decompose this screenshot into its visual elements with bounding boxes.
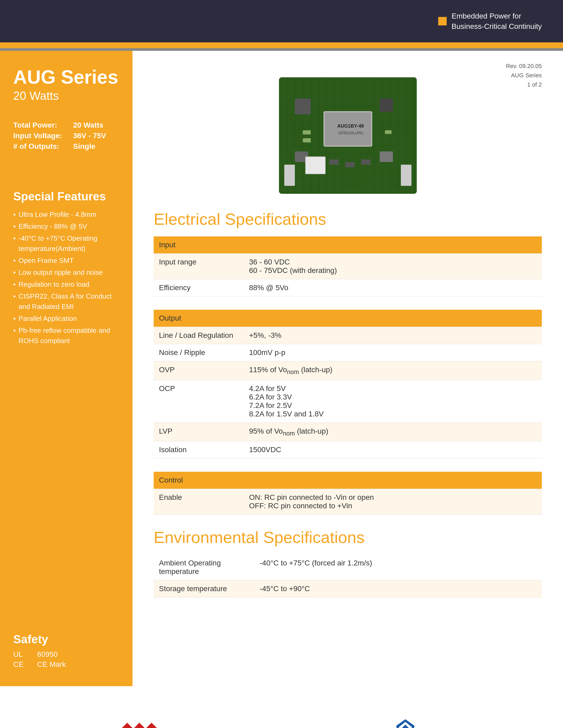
env-value-1: -45°C to +90°C <box>254 580 542 597</box>
svg-rect-9 <box>385 130 392 134</box>
output-label-3: OCP <box>154 380 244 423</box>
svg-rect-12 <box>361 159 371 165</box>
control-label-0: Enable <box>154 489 244 515</box>
rev-line2: AUG Series <box>506 71 542 80</box>
input-label-1: Efficiency <box>154 279 244 296</box>
features-title: Special Features <box>13 190 119 203</box>
rev-line3: 1 of 2 <box>506 80 542 89</box>
feature-7: Parallel Application <box>13 313 119 324</box>
control-header: Control <box>154 472 542 489</box>
svg-rect-18 <box>143 722 160 728</box>
astec-diamonds-row <box>119 720 172 728</box>
output-value-1: 100mV p-p <box>244 344 542 361</box>
control-table: Control Enable ON: RC pin connected to -… <box>154 472 542 515</box>
output-label-4: LVP <box>154 423 244 441</box>
right-content: Rev. 09.20.05 AUG Series 1 of 2 AUG1BY-4… <box>132 51 563 686</box>
env-row-0: Ambient Operating temperature -40°C to +… <box>154 555 542 580</box>
header-badge: Embedded Power forBusiness-Critical Cont… <box>438 11 542 32</box>
series-title: AUG Series <box>13 67 119 88</box>
svg-rect-10 <box>329 159 339 165</box>
output-label-1: Noise / Ripple <box>154 344 244 361</box>
svg-rect-11 <box>345 162 355 167</box>
control-row-0: Enable ON: RC pin connected to -Vin or o… <box>154 489 542 515</box>
output-value-0: +5%, -3% <box>244 327 542 344</box>
safety-title: Safety <box>13 633 119 646</box>
output-row-3: OCP 4.2A for 5V 6.2A for 3.3V 7.2A for 2… <box>154 380 542 423</box>
electrical-section-title: Electrical Specifications <box>154 210 542 228</box>
rev-info: Rev. 09.20.05 AUG Series 1 of 2 <box>506 61 542 89</box>
env-label-0: Ambient Operating temperature <box>154 555 254 580</box>
svg-rect-8 <box>303 138 311 142</box>
svg-text:AUG1BY-48: AUG1BY-48 <box>337 123 364 129</box>
svg-rect-3 <box>295 98 311 114</box>
output-value-4: 95% of Vonom (latch-up) <box>244 423 542 441</box>
top-header: Embedded Power forBusiness-Critical Cont… <box>0 0 563 42</box>
product-image: AUG1BY-48 GF5U13LLPKL <box>279 77 417 194</box>
footer-logos: ASTEC EMERSON. Network Power <box>0 718 563 728</box>
feature-6: CISPR22, Class A for Conduct and Radiate… <box>13 291 119 312</box>
svg-rect-16 <box>119 722 135 728</box>
output-label-0: Line / Load Regulation <box>154 327 244 344</box>
input-header: Input <box>154 236 542 254</box>
spec-label-outputs: # of Outputs: <box>13 142 69 151</box>
env-table: Ambient Operating temperature -40°C to +… <box>154 555 542 597</box>
env-section: Environmental Specifications Ambient Ope… <box>154 528 542 597</box>
output-row-2: OVP 115% of Vonom (latch-up) <box>154 361 542 380</box>
input-table: Input Input range 36 - 60 VDC60 - 75VDC … <box>154 236 542 296</box>
feature-0: Ultra Low Profile - 4.8mm <box>13 209 119 220</box>
output-value-2: 115% of Vonom (latch-up) <box>244 361 542 380</box>
control-value-0: ON: RC pin connected to -Vin or open OFF… <box>244 489 542 515</box>
header-inner: Embedded Power forBusiness-Critical Cont… <box>0 0 563 42</box>
safety-row-ul: UL 60950 <box>13 650 119 659</box>
env-section-title: Environmental Specifications <box>154 528 542 547</box>
input-row-1: Efficiency 88% @ 5Vo <box>154 279 542 296</box>
rev-line1: Rev. 09.20.05 <box>506 61 542 71</box>
output-row-0: Line / Load Regulation +5%, -3% <box>154 327 542 344</box>
sidebar-column: AUG Series 20 Watts Total Power: 20 Watt… <box>13 67 119 670</box>
svg-rect-0 <box>324 112 372 146</box>
astec-logo: ASTEC <box>119 720 172 728</box>
safety-value-ul: 60950 <box>37 650 58 659</box>
spec-value-voltage: 36V - 75V <box>73 132 106 140</box>
output-row-4: LVP 95% of Vonom (latch-up) <box>154 423 542 441</box>
safety-label-ul: UL <box>13 650 29 659</box>
output-value-5: 1500VDC <box>244 441 542 459</box>
safety-label-ce: CE <box>13 660 29 669</box>
svg-rect-5 <box>380 151 393 162</box>
astec-diamonds-svg <box>119 720 172 728</box>
output-label-2: OVP <box>154 361 244 380</box>
orange-stripe <box>0 42 563 48</box>
feature-3: Open Frame SMT <box>13 255 119 266</box>
env-label-1: Storage temperature <box>154 580 254 597</box>
spec-row-power: Total Power: 20 Watts <box>13 121 119 129</box>
gray-stripe <box>0 48 563 51</box>
orange-square-icon <box>438 17 447 25</box>
feature-4: Low output ripple and noise <box>13 267 119 278</box>
feature-5: Regulation to zero load <box>13 279 119 290</box>
spec-label-power: Total Power: <box>13 121 69 129</box>
emerson-icon-svg <box>392 718 419 728</box>
input-value-0: 36 - 60 VDC60 - 75VDC (with derating) <box>244 254 542 279</box>
spec-value-outputs: Single <box>73 142 95 151</box>
safety-section: Safety UL 60950 CE CE Mark <box>13 580 119 670</box>
header-tagline: Embedded Power forBusiness-Critical Cont… <box>452 11 542 32</box>
input-row-0: Input range 36 - 60 VDC60 - 75VDC (with … <box>154 254 542 279</box>
svg-text:GF5U13LLPKL: GF5U13LLPKL <box>339 131 364 135</box>
pcb-svg: AUG1BY-48 GF5U13LLPKL <box>279 77 417 194</box>
input-label-0: Input range <box>154 254 244 279</box>
svg-rect-17 <box>131 722 147 728</box>
sidebar-specs-block: Total Power: 20 Watts Input Voltage: 36V… <box>13 121 119 153</box>
output-header: Output <box>154 310 542 327</box>
input-value-1: 88% @ 5Vo <box>244 279 542 296</box>
sidebar: AUG Series 20 Watts Total Power: 20 Watt… <box>0 51 132 686</box>
output-value-3: 4.2A for 5V 6.2A for 3.3V 7.2A for 2.5V … <box>244 380 542 423</box>
env-value-0: -40°C to +75°C (forced air 1.2m/s) <box>254 555 542 580</box>
spec-value-power: 20 Watts <box>73 121 103 129</box>
feature-1: Efficiency - 88% @ 5V <box>13 221 119 232</box>
feature-8: Pb-free reflow compatible and ROHS compl… <box>13 325 119 346</box>
watts-label: 20 Watts <box>13 89 119 102</box>
emerson-logo: EMERSON. Network Power <box>367 718 444 728</box>
svg-rect-13 <box>284 165 295 186</box>
svg-rect-7 <box>303 130 311 134</box>
spec-row-voltage: Input Voltage: 36V - 75V <box>13 132 119 140</box>
